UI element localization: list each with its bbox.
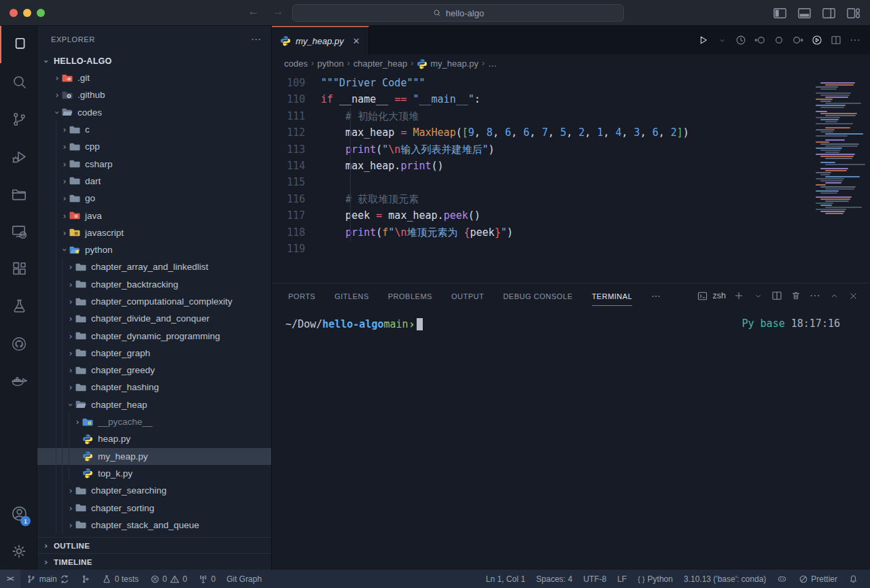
history-button[interactable] bbox=[733, 32, 749, 48]
chevup-button[interactable] bbox=[826, 288, 841, 303]
panel-tab-ports[interactable]: PORTS bbox=[288, 286, 315, 306]
activity-remote-explorer-button[interactable] bbox=[0, 213, 37, 250]
minimap[interactable] bbox=[816, 80, 866, 238]
tree-item-chapter-divide-and-conquer[interactable]: ›chapter_divide_and_conquer bbox=[37, 310, 271, 327]
layout-panel-button[interactable] bbox=[795, 5, 813, 21]
tree-item-codes[interactable]: ›codes bbox=[37, 104, 271, 121]
prettier-status[interactable]: Prettier bbox=[793, 570, 842, 588]
notifications[interactable] bbox=[843, 570, 863, 588]
tree-item-heap-py[interactable]: heap.py bbox=[37, 430, 271, 447]
close-button[interactable] bbox=[846, 288, 860, 303]
git-branch[interactable]: main bbox=[22, 570, 75, 588]
tree-item-top-k-py[interactable]: top_k.py bbox=[37, 465, 271, 482]
more-button[interactable] bbox=[847, 32, 863, 48]
workspace-root-folder[interactable]: › HELLO-ALGO bbox=[37, 53, 271, 69]
activity-source-control-button[interactable] bbox=[0, 101, 37, 138]
encoding[interactable]: UTF-8 bbox=[578, 570, 611, 588]
terminal[interactable]: ~/Dow/hello-algo main › Py base 18:17:16 bbox=[272, 308, 870, 570]
panel-tab-problems[interactable]: PROBLEMS bbox=[388, 286, 432, 306]
tree-item-chapter-greedy[interactable]: ›chapter_greedy bbox=[37, 362, 271, 379]
trash-button[interactable] bbox=[788, 288, 803, 303]
python-interpreter[interactable]: 3.10.13 ('base': conda) bbox=[679, 570, 771, 588]
tree-item-chapter-dynamic-programming[interactable]: ›chapter_dynamic_programming bbox=[37, 327, 271, 344]
tree-item--github[interactable]: ›.github bbox=[37, 86, 271, 103]
activity-testing-button[interactable] bbox=[0, 288, 37, 325]
more-button[interactable] bbox=[807, 288, 822, 303]
termicon-button[interactable] bbox=[695, 288, 710, 303]
sidebar-section-timeline[interactable]: ›TIMELINE bbox=[37, 553, 271, 570]
tree-item-chapter-hashing[interactable]: ›chapter_hashing bbox=[37, 379, 271, 396]
navigate-back-button[interactable]: ← bbox=[246, 5, 261, 18]
breadcrumb-item[interactable]: codes bbox=[284, 58, 308, 69]
tree-item-chapter-stack-and-queue[interactable]: ›chapter_stack_and_queue bbox=[37, 517, 271, 534]
tree-item-chapter-graph[interactable]: ›chapter_graph bbox=[37, 345, 271, 362]
runcircle-button[interactable] bbox=[809, 32, 825, 48]
close-window-button[interactable] bbox=[10, 9, 18, 17]
copilot-status[interactable] bbox=[772, 570, 792, 588]
navigate-forward-button[interactable]: → bbox=[271, 5, 285, 18]
tree-item--git[interactable]: ›.git bbox=[37, 69, 271, 86]
activity-manage-settings-button[interactable] bbox=[0, 532, 37, 570]
command-center-search[interactable]: hello-algo bbox=[292, 4, 624, 22]
tree-item-c[interactable]: ›c bbox=[37, 121, 271, 138]
spliteditor-button[interactable] bbox=[828, 32, 844, 48]
cursor-position[interactable]: Ln 1, Col 1 bbox=[481, 570, 530, 588]
panel-tab-debug-console[interactable]: DEBUG CONSOLE bbox=[503, 286, 572, 306]
activity-github-button[interactable] bbox=[0, 325, 37, 362]
tree-item-chapter-array-and-linkedlist[interactable]: ›chapter_array_and_linkedlist bbox=[37, 258, 271, 275]
breadcrumb-item[interactable]: … bbox=[488, 58, 497, 69]
maximize-window-button[interactable] bbox=[37, 9, 45, 17]
feedback-status[interactable]: 0 bbox=[193, 570, 220, 588]
panel-tab-gitlens[interactable]: GITLENS bbox=[334, 286, 369, 306]
eol[interactable]: LF bbox=[612, 570, 631, 588]
panel-tab-output[interactable]: OUTPUT bbox=[451, 286, 484, 306]
tree-item--pycache-[interactable]: ›__pycache__ bbox=[37, 413, 271, 430]
git-graph-button[interactable] bbox=[76, 570, 96, 588]
tree-item-chapter-computational-complexity[interactable]: ›chapter_computational_complexity bbox=[37, 293, 271, 310]
tab-my-heap-py[interactable]: my_heap.py ✕ bbox=[272, 26, 369, 54]
chevdown-button[interactable] bbox=[750, 288, 765, 303]
tree-item-chapter-backtracking[interactable]: ›chapter_backtracking bbox=[37, 276, 271, 293]
tree-item-my-heap-py[interactable]: my_heap.py bbox=[37, 448, 271, 465]
remote-indicator[interactable]: >< bbox=[0, 570, 20, 588]
activity-search-button[interactable] bbox=[0, 63, 37, 101]
nextchange-button[interactable] bbox=[790, 32, 806, 48]
git-graph-label[interactable]: Git Graph bbox=[222, 570, 266, 588]
activity-folders-view-button[interactable] bbox=[0, 175, 37, 213]
breadcrumb-item[interactable]: python bbox=[317, 58, 344, 69]
tree-item-python[interactable]: ›python bbox=[37, 241, 271, 258]
tests-status[interactable]: 0 tests bbox=[97, 570, 143, 588]
tree-item-chapter-searching[interactable]: ›chapter_searching bbox=[37, 482, 271, 499]
spliteditor-button[interactable] bbox=[769, 288, 784, 303]
tree-item-java[interactable]: ›java bbox=[37, 207, 271, 224]
code-editor[interactable]: 109"""Driver Code"""110if __name__ == "_… bbox=[272, 72, 870, 283]
breadcrumb-item[interactable]: my_heap.py bbox=[430, 58, 478, 69]
circledim-button[interactable] bbox=[771, 32, 787, 48]
minimize-window-button[interactable] bbox=[23, 9, 31, 17]
prevchange-button[interactable] bbox=[752, 32, 768, 48]
layout-sidebar-button[interactable] bbox=[771, 5, 788, 21]
activity-explorer-button[interactable] bbox=[0, 26, 37, 63]
tree-item-chapter-heap[interactable]: ›chapter_heap bbox=[37, 396, 271, 413]
sidebar-section-outline[interactable]: ›OUTLINE bbox=[37, 537, 271, 553]
indentation[interactable]: Spaces: 4 bbox=[532, 570, 577, 588]
activity-extensions-button[interactable] bbox=[0, 250, 37, 288]
layout-custom-button[interactable] bbox=[844, 5, 862, 21]
explorer-more-actions-button[interactable]: ⋯ bbox=[251, 33, 262, 46]
activity-accounts-button[interactable]: 1 bbox=[0, 495, 37, 532]
breadcrumb-item[interactable]: chapter_heap bbox=[353, 58, 408, 69]
layout-sidebar-right-button[interactable] bbox=[820, 5, 837, 21]
panel-tab-terminal[interactable]: TERMINAL bbox=[592, 286, 633, 306]
tree-item-dart[interactable]: ›dart bbox=[37, 173, 271, 190]
plus-button[interactable] bbox=[731, 288, 746, 303]
language-mode[interactable]: { }Python bbox=[633, 570, 678, 588]
activity-docker-button[interactable] bbox=[0, 362, 37, 400]
tree-item-csharp[interactable]: ›csharp bbox=[37, 155, 271, 172]
activity-run-and-debug-button[interactable] bbox=[0, 138, 37, 175]
tree-item-chapter-sorting[interactable]: ›chapter_sorting bbox=[37, 499, 271, 516]
tree-item-cpp[interactable]: ›cpp bbox=[37, 138, 271, 155]
tree-item-javascript[interactable]: ›javascript bbox=[37, 224, 271, 241]
tree-item-go[interactable]: ›go bbox=[37, 190, 271, 207]
close-tab-icon[interactable]: ✕ bbox=[353, 36, 360, 46]
problems-status[interactable]: 00 bbox=[145, 570, 192, 588]
